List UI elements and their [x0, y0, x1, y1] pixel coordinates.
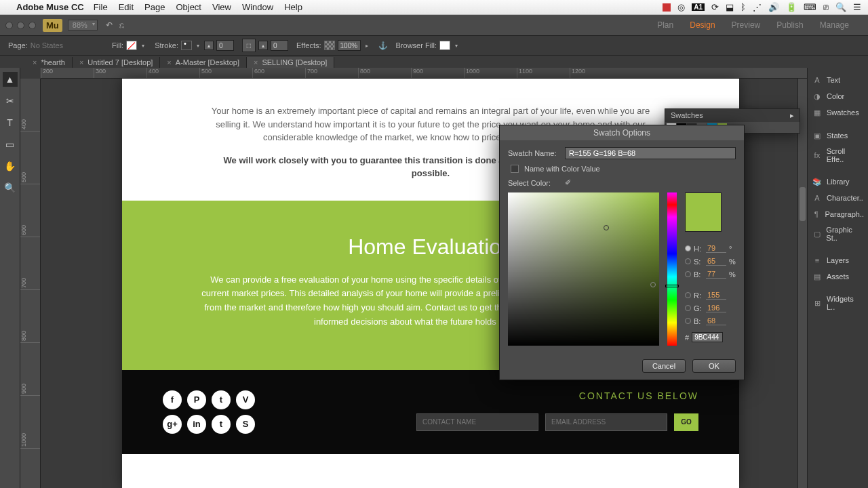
tab-hearth[interactable]: ×*hearth [26, 57, 73, 68]
panel-text[interactable]: AText [808, 72, 868, 88]
dropbox-icon[interactable]: ⬓ [726, 2, 734, 12]
status-icon[interactable] [663, 3, 671, 12]
menu-file[interactable]: File [94, 2, 108, 12]
panel-character[interactable]: ACharacter.. [808, 190, 868, 206]
tab-selling[interactable]: ×SELLING [Desktop] [247, 57, 334, 68]
search-icon[interactable]: 🔍 [835, 2, 846, 12]
s-radio[interactable] [685, 258, 691, 264]
browserfill-dd[interactable]: ▾ [453, 43, 460, 49]
menu-object[interactable]: Object [176, 2, 201, 12]
panel-assets[interactable]: ▤Assets [808, 268, 868, 285]
battery-icon[interactable]: 🔋 [786, 2, 797, 12]
scrollbar-vertical[interactable] [797, 79, 807, 488]
menu-icon[interactable]: ☰ [853, 2, 861, 12]
menu-edit[interactable]: Edit [119, 2, 134, 12]
bluetooth-icon[interactable]: ᛒ [741, 2, 746, 12]
hand-tool[interactable]: ✋ [3, 159, 18, 174]
adobe-badge[interactable]: A 1 [692, 3, 705, 11]
h-radio[interactable] [685, 245, 691, 251]
undo-icon[interactable]: ↶ [106, 20, 113, 30]
selection-tool[interactable]: ▲ [3, 72, 18, 87]
effects-swatch[interactable] [324, 41, 335, 50]
wifi-icon[interactable]: ⋰ [753, 2, 762, 12]
h-input[interactable] [706, 244, 726, 253]
crop-tool[interactable]: ✂ [3, 94, 18, 108]
contact-name-input[interactable] [416, 413, 538, 431]
hex-input[interactable] [692, 332, 723, 342]
sv-cursor[interactable] [604, 225, 609, 230]
display-icon[interactable]: ⎚ [823, 2, 829, 12]
scroll-thumb[interactable] [800, 187, 806, 221]
r-radio[interactable] [685, 292, 691, 298]
panel-menu-icon[interactable]: ▸ [790, 111, 794, 120]
bb-radio[interactable] [685, 318, 691, 324]
go-button[interactable]: GO [674, 413, 698, 431]
hue-slider[interactable] [667, 192, 677, 346]
menu-help[interactable]: Help [284, 2, 302, 12]
rectangle-tool[interactable]: ▭ [3, 137, 18, 152]
effects-dd[interactable]: ▸ [363, 43, 370, 49]
redo-icon[interactable]: ⎌ [119, 20, 124, 30]
mode-manage[interactable]: Manage [820, 20, 849, 30]
b-input[interactable] [706, 270, 726, 279]
b-radio[interactable] [685, 271, 691, 277]
mode-publish[interactable]: Publish [776, 20, 803, 30]
gplus-icon[interactable]: g+ [163, 415, 182, 434]
mode-preview[interactable]: Preview [732, 20, 761, 30]
cancel-button[interactable]: Cancel [642, 359, 686, 373]
window-controls[interactable] [5, 22, 36, 29]
anchor-icon[interactable]: ⚓ [378, 41, 388, 50]
panel-graphicstyle[interactable]: ▢Graphic St.. [808, 222, 868, 245]
stroke-stepper[interactable]: ▴ [204, 41, 214, 50]
stroke-value[interactable] [216, 40, 234, 51]
input-icon[interactable]: ⌨ [804, 2, 816, 12]
close-icon[interactable]: × [167, 58, 171, 66]
panel-paragraph[interactable]: ¶Paragraph.. [808, 206, 868, 222]
tumblr-icon[interactable]: t [212, 415, 231, 434]
fill-dd[interactable]: ▾ [140, 43, 146, 49]
panel-color[interactable]: ◑Color [808, 88, 868, 104]
menu-view[interactable]: View [212, 2, 231, 12]
pinterest-icon[interactable]: P [187, 390, 206, 409]
panel-states[interactable]: ▣States [808, 127, 868, 144]
page-state[interactable]: No States [31, 41, 63, 49]
bb-input[interactable] [706, 317, 726, 325]
fill-swatch[interactable] [126, 41, 137, 50]
panel-library[interactable]: 📚Library [808, 174, 868, 190]
browserfill-swatch[interactable] [439, 41, 450, 50]
stroke-dd[interactable]: ▾ [195, 43, 201, 49]
volume-icon[interactable]: 🔊 [768, 2, 779, 12]
linkedin-icon[interactable]: in [187, 415, 206, 434]
menu-page[interactable]: Page [144, 2, 165, 12]
twitter-icon[interactable]: t [212, 390, 231, 409]
name-with-value-checkbox[interactable] [511, 165, 519, 173]
zoom-tool[interactable]: 🔍 [3, 180, 18, 195]
r-input[interactable] [706, 291, 726, 300]
app-name[interactable]: Adobe Muse CC [16, 2, 84, 12]
text-tool[interactable]: T [3, 115, 18, 130]
hue-marker[interactable] [665, 285, 679, 287]
contact-email-input[interactable] [545, 413, 667, 431]
g-input[interactable] [706, 304, 726, 312]
eyedropper-icon[interactable]: ✐ [565, 178, 571, 187]
saturation-value-picker[interactable] [508, 192, 659, 346]
corners-icon[interactable]: ⬚ [242, 39, 256, 52]
menu-window[interactable]: Window [242, 2, 273, 12]
close-icon[interactable]: × [254, 58, 258, 66]
panel-scroll[interactable]: fxScroll Effe.. [808, 144, 868, 167]
s-input[interactable] [706, 257, 726, 266]
sv-cursor-alt[interactable] [650, 282, 656, 287]
corner-value[interactable] [271, 40, 288, 51]
panel-layers[interactable]: ≡Layers [808, 252, 868, 268]
mode-plan[interactable]: Plan [657, 20, 673, 30]
close-icon[interactable]: × [33, 58, 37, 66]
skype-icon[interactable]: S [236, 415, 255, 434]
tab-untitled[interactable]: ×Untitled 7 [Desktop] [73, 57, 160, 68]
vimeo-icon[interactable]: V [236, 390, 255, 409]
tab-amaster[interactable]: ×A-Master [Desktop] [160, 57, 247, 68]
zoom-select[interactable]: 88% [68, 20, 98, 30]
ok-button[interactable]: OK [692, 359, 736, 373]
sync-icon[interactable]: ⟳ [711, 2, 719, 12]
corner-stepper[interactable]: ▴ [258, 41, 268, 50]
panel-swatches[interactable]: ▦Swatches [808, 104, 868, 121]
